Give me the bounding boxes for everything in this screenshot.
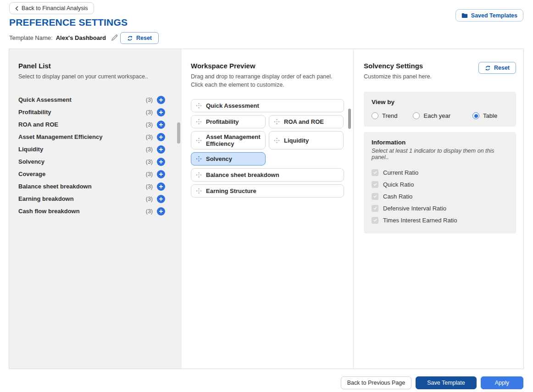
back-to-financial-analysis-button[interactable]: Back to Financial Analysis (9, 2, 94, 14)
workspace-panel[interactable]: Earning Structure (191, 184, 344, 198)
solvency-settings-subtitle: Customize this panel here. (364, 72, 432, 81)
panel-list-item-count: (3) (146, 146, 153, 153)
plus-icon (159, 197, 163, 201)
workspace-preview-title: Workspace Preview (191, 62, 344, 70)
information-title: Information (372, 139, 508, 146)
footer-actions: Back to Previous Page Save Template Appl… (341, 376, 523, 389)
workspace-panel-label: Profitability (206, 118, 239, 125)
add-panel-button[interactable] (157, 182, 165, 191)
edit-pencil-icon[interactable] (111, 34, 118, 41)
save-template-button[interactable]: Save Template (416, 376, 476, 389)
template-name-label: Template Name: (9, 34, 53, 41)
radio-icon (413, 112, 420, 119)
indicator-checkbox-row[interactable]: Times Interest Earned Ratio (372, 214, 508, 226)
workspace-preview-description: Drag and drop to rearrange display order… (191, 72, 344, 89)
back-to-previous-page-button[interactable]: Back to Previous Page (341, 376, 411, 389)
panel-list-item: Coverage (3) (18, 168, 165, 180)
reset-icon (127, 35, 133, 41)
workspace-panel[interactable]: ROA and ROE (269, 115, 344, 128)
indicator-label: Times Interest Earned Ratio (383, 217, 457, 224)
checkbox-icon (372, 169, 378, 176)
add-panel-button[interactable] (157, 207, 165, 215)
workspace-panel[interactable]: Solvency (191, 152, 266, 166)
drag-handle-icon[interactable] (196, 188, 202, 194)
solvency-settings-title: Solvency Settings (364, 62, 432, 70)
plus-icon (159, 160, 163, 164)
panel-list-item-label: Cash flow breakdown (18, 208, 80, 215)
add-panel-button[interactable] (157, 96, 165, 104)
workspace-panel[interactable]: Balance sheet breakdown (191, 168, 344, 182)
plus-icon (159, 98, 163, 102)
add-panel-button[interactable] (157, 145, 165, 154)
add-panel-button[interactable] (157, 133, 165, 141)
workspace-panel[interactable]: Asset Management Efficiency (191, 131, 266, 149)
panel-list-item-count: (3) (146, 171, 153, 177)
indicator-checkbox-row[interactable]: Defensive Interval Ratio (372, 202, 508, 214)
panel-list-item-count: (3) (146, 196, 153, 202)
view-by-option-label: Trend (382, 112, 397, 119)
panel-list-item-count: (3) (146, 121, 153, 128)
panel-list-item-count: (3) (146, 109, 153, 116)
panel-list-item: Profitability (3) (18, 106, 165, 118)
indicator-label: Defensive Interval Ratio (383, 205, 446, 212)
apply-button[interactable]: Apply (481, 376, 523, 389)
view-by-option[interactable]: Trend (372, 112, 397, 119)
drag-handle-icon[interactable] (196, 119, 202, 125)
add-panel-button[interactable] (157, 121, 165, 129)
saved-templates-label: Saved Templates (471, 12, 517, 19)
checkbox-icon (372, 205, 378, 212)
plus-icon (159, 122, 163, 127)
folder-icon (461, 13, 468, 18)
workspace-preview-description-line1: Drag and drop to rearrange display order… (191, 73, 333, 80)
panel-list-subtitle: Select to display panel on your current … (18, 72, 172, 81)
drag-handle-icon[interactable] (196, 103, 202, 109)
view-by-option-label: Table (483, 112, 497, 119)
indicator-checkbox-row[interactable]: Current Ratio (372, 166, 508, 178)
drag-handle-icon[interactable] (196, 172, 202, 178)
template-reset-button[interactable]: Reset (120, 32, 159, 44)
panel-list-item: Liquidity (3) (18, 143, 165, 155)
panel-reset-label: Reset (494, 65, 510, 71)
workspace-preview-section: Workspace Preview Drag and drop to rearr… (182, 49, 354, 369)
workspace-panel[interactable]: Profitability (191, 115, 266, 128)
panel-list-scrollbar[interactable] (177, 122, 180, 144)
view-by-option[interactable]: Each year (413, 112, 450, 119)
add-panel-button[interactable] (157, 195, 165, 203)
panel-list-item: Balance sheet breakdown (3) (18, 180, 165, 193)
panel-list-item-count: (3) (146, 159, 153, 165)
indicator-checkbox-row[interactable]: Cash Ratio (372, 190, 508, 202)
view-by-option[interactable]: Table (472, 112, 497, 119)
panel-list-item: Asset Management Efficiency (3) (18, 131, 165, 143)
panel-reset-button[interactable]: Reset (478, 62, 516, 74)
add-panel-button[interactable] (157, 170, 165, 178)
panel-list-item-label: Coverage (18, 171, 45, 177)
workspace-panel-label: Solvency (206, 155, 232, 162)
panel-list-item-label: Balance sheet breakdown (18, 183, 92, 190)
panel-list-title: Panel List (18, 62, 172, 70)
checkbox-icon (372, 193, 378, 200)
panel-list-item-label: Asset Management Efficiency (18, 133, 103, 140)
drag-handle-icon[interactable] (274, 138, 280, 144)
workspace-panel[interactable]: Liquidity (269, 131, 344, 149)
indicator-label: Quick Ratio (383, 181, 414, 188)
drag-handle-icon[interactable] (274, 119, 280, 125)
indicator-checkbox-row[interactable]: Quick Ratio (372, 178, 508, 190)
workspace-panel[interactable]: Quick Assessment (191, 99, 344, 112)
indicator-list: Current Ratio Quick Ratio Cash Ratio Def… (372, 166, 508, 226)
drag-handle-icon[interactable] (196, 156, 202, 162)
reset-button-label: Reset (136, 35, 152, 41)
plus-icon (159, 147, 163, 152)
panel-list-item-count: (3) (146, 97, 153, 103)
panel-list: Quick Assessment (3) Profitability (3) R… (18, 94, 172, 217)
drag-handle-icon[interactable] (196, 138, 202, 144)
saved-templates-button[interactable]: Saved Templates (455, 9, 523, 22)
panel-list-item: Cash flow breakdown (3) (18, 205, 165, 217)
panel-list-item-label: Liquidity (18, 146, 43, 153)
panel-list-item: Solvency (3) (18, 155, 165, 168)
panel-list-item-label: Solvency (18, 158, 44, 165)
add-panel-button[interactable] (157, 158, 165, 166)
add-panel-button[interactable] (157, 108, 165, 116)
workspace-preview-scrollbar[interactable] (348, 109, 351, 129)
view-by-box: View by Trend Each year Table (364, 92, 516, 127)
panel-list-item-count: (3) (146, 208, 153, 215)
